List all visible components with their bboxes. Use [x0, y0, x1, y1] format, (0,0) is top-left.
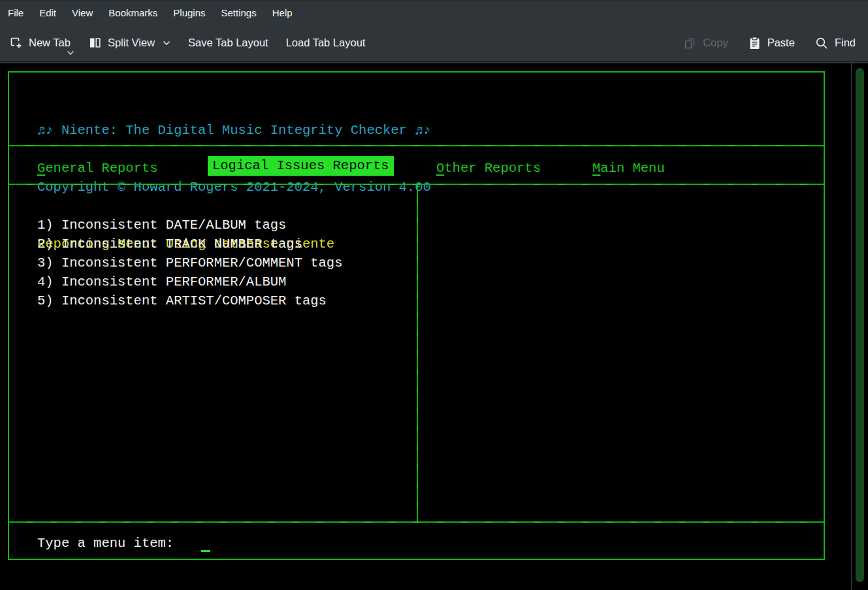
tab-logical-issues-reports[interactable]: Logical Issues Reports [208, 156, 394, 176]
report-menu: 1) Inconsistent DATE/ALBUM tags2) Incons… [37, 216, 342, 310]
app-title: ♬♪ Niente: The Digital Music Integrity C… [37, 121, 431, 140]
toolbar: New TabSplit ViewSave Tab LayoutLoad Tab… [0, 25, 868, 62]
tab-main-menu[interactable]: Main Menu [592, 159, 665, 178]
tui-frame: ♬♪ Niente: The Digital Music Integrity C… [8, 71, 825, 560]
menu-view[interactable]: View [64, 1, 101, 25]
text-cursor[interactable] [201, 550, 210, 552]
menu-item-1[interactable]: 1) Inconsistent DATE/ALBUM tags [37, 216, 342, 235]
panel-divider [417, 185, 418, 521]
menu-prompt[interactable]: Type a menu item: [37, 534, 174, 553]
new-tab-icon [9, 36, 23, 50]
paste-icon [748, 36, 762, 50]
copy-button[interactable]: Copy [683, 36, 728, 50]
toolbar-button-label: Load Tab Layout [286, 37, 366, 49]
menu-item-3[interactable]: 3) Inconsistent PERFORMER/COMMENT tags [37, 254, 342, 272]
menu-item-4[interactable]: 4) Inconsistent PERFORMER/ALBUM [37, 272, 342, 291]
menu-bookmarks[interactable]: Bookmarks [101, 1, 165, 25]
toolbar-button-label: Find [835, 37, 856, 49]
find-icon [814, 36, 829, 50]
menu-plugins[interactable]: Plugins [165, 1, 213, 25]
separator [9, 145, 824, 146]
menu-file[interactable]: File [0, 1, 31, 25]
load-tab-layout-button[interactable]: Load Tab Layout [286, 37, 366, 49]
menu-edit[interactable]: Edit [31, 1, 64, 25]
menu-help[interactable]: Help [265, 1, 300, 25]
paste-button[interactable]: Paste [748, 36, 795, 50]
chevron-down-icon [163, 41, 170, 46]
new-tab-button[interactable]: New Tab [9, 36, 71, 50]
tab-other-reports[interactable]: Other Reports [436, 159, 541, 178]
find-button[interactable]: Find [814, 36, 856, 50]
scrollbar-track-divider [851, 63, 852, 590]
toolbar-button-label: Split View [108, 37, 155, 49]
menu-settings[interactable]: Settings [214, 1, 265, 25]
separator [9, 521, 824, 523]
scrollbar-thumb[interactable] [856, 68, 864, 582]
split-view-button[interactable]: Split View [88, 36, 170, 50]
save-tab-layout-button[interactable]: Save Tab Layout [188, 37, 268, 49]
menu-bar: FileEditViewBookmarksPluginsSettingsHelp [0, 0, 868, 25]
tab-general-reports[interactable]: General Reports [37, 159, 158, 178]
toolbar-button-label: Save Tab Layout [188, 37, 268, 49]
toolbar-button-label: Paste [767, 37, 795, 49]
menu-item-2[interactable]: 2) Inconsistent TRACK NUMBER tags [37, 235, 342, 254]
copyright-line: Copyright © Howard Rogers 2021-2024, Ver… [37, 178, 431, 197]
toolbar-button-label: Copy [703, 37, 728, 49]
copy-icon [683, 36, 697, 50]
menu-item-5[interactable]: 5) Inconsistent ARTIST/COMPOSER tags [37, 291, 342, 310]
chevron-down-icon [67, 46, 74, 58]
terminal-screen[interactable]: ♬♪ Niente: The Digital Music Integrity C… [0, 63, 868, 590]
toolbar-button-label: New Tab [29, 37, 71, 49]
split-view-icon [88, 36, 102, 50]
